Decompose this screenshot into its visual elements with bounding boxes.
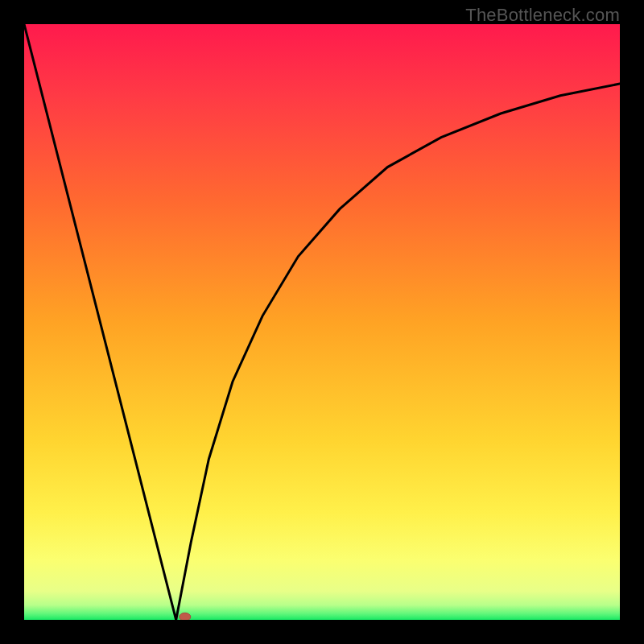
optimal-point-marker (180, 613, 191, 620)
bottleneck-chart (24, 24, 620, 620)
chart-frame (24, 24, 620, 620)
gradient-background (24, 24, 620, 620)
watermark-text: TheBottleneck.com (465, 5, 620, 26)
